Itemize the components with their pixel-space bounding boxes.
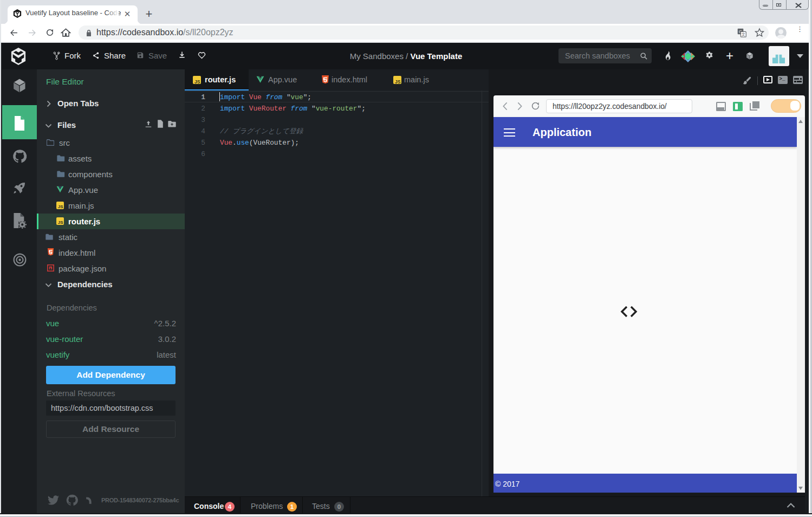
svg-text:文: 文	[742, 32, 745, 37]
